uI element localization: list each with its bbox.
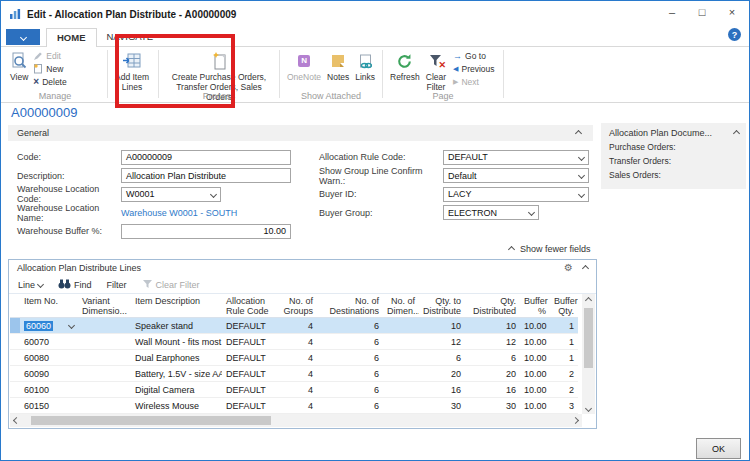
cell-item-no[interactable]: 60080 xyxy=(20,350,78,366)
scroll-right-arrow[interactable] xyxy=(569,414,582,427)
show-group-line-warn-dropdown[interactable]: Default xyxy=(443,168,589,183)
cell-qty-to[interactable]: 20 xyxy=(419,366,465,382)
chevron-down-icon[interactable] xyxy=(578,154,585,161)
chevron-down-icon[interactable] xyxy=(68,322,75,329)
cell-rule[interactable]: DEFAULT xyxy=(222,382,274,398)
cell-dimensions[interactable] xyxy=(383,366,419,382)
cell-dimensions[interactable] xyxy=(383,398,419,414)
cell-description[interactable]: Wireless Mouse xyxy=(131,398,222,414)
cell-dimensions[interactable] xyxy=(383,350,419,366)
header-buffer-pct[interactable]: Buffer % xyxy=(520,294,550,318)
cell-variant[interactable] xyxy=(78,398,131,414)
cell-buffer-pct[interactable]: 10.00 xyxy=(520,350,550,366)
table-row[interactable]: 60080 Dual Earphones DEFAULT 4 6 6 6 10.… xyxy=(10,350,578,366)
cell-variant[interactable] xyxy=(78,318,131,334)
filter-button[interactable]: Filter xyxy=(107,280,127,290)
collapse-chevron-icon[interactable] xyxy=(575,130,582,137)
scroll-up-arrow[interactable] xyxy=(582,294,595,306)
cell-destinations[interactable]: 6 xyxy=(317,366,383,382)
cell-item-no[interactable]: 60070 xyxy=(20,334,78,350)
general-fasttab-header[interactable]: General xyxy=(8,125,593,141)
cell-qty-dist[interactable]: 12 xyxy=(465,334,520,350)
show-fewer-fields-link[interactable]: Show fewer fields xyxy=(509,244,591,254)
cell-groups[interactable]: 4 xyxy=(274,318,317,334)
line-menu-button[interactable]: Line xyxy=(18,280,43,290)
cell-groups[interactable]: 4 xyxy=(274,350,317,366)
new-button[interactable]: New xyxy=(33,62,66,75)
table-row[interactable]: 60150 Wireless Mouse DEFAULT 4 6 30 30 1… xyxy=(10,398,578,414)
cell-destinations[interactable]: 6 xyxy=(317,398,383,414)
cell-destinations[interactable]: 6 xyxy=(317,382,383,398)
cell-variant[interactable] xyxy=(78,366,131,382)
header-allocation-rule-code[interactable]: Allocation Rule Code xyxy=(222,294,274,318)
cell-buffer-qty[interactable]: 1 xyxy=(550,318,578,334)
close-button[interactable]: × xyxy=(717,1,747,23)
tab-navigate[interactable]: NAVIGATE xyxy=(97,28,164,46)
maximize-button[interactable]: □ xyxy=(687,1,717,23)
buyer-group-dropdown[interactable]: ELECTRON xyxy=(443,205,539,220)
row-selector[interactable] xyxy=(10,366,20,382)
header-no-of-dimensions[interactable]: No. of Dimen... xyxy=(383,294,419,318)
cell-groups[interactable]: 4 xyxy=(274,334,317,350)
cell-description[interactable]: Digital Camera xyxy=(131,382,222,398)
cell-buffer-qty[interactable]: 2 xyxy=(550,382,578,398)
row-selector[interactable] xyxy=(10,350,20,366)
cell-buffer-qty[interactable]: 1 xyxy=(550,334,578,350)
previous-button[interactable]: ◀ Previous xyxy=(453,62,494,75)
cell-groups[interactable]: 4 xyxy=(274,398,317,414)
cell-rule[interactable]: DEFAULT xyxy=(222,350,274,366)
chevron-down-icon[interactable] xyxy=(578,191,585,198)
scroll-down-arrow[interactable] xyxy=(582,402,595,414)
table-row[interactable]: 60060 Speaker stand DEFAULT 4 6 10 10 10… xyxy=(10,318,578,334)
cell-item-no[interactable]: 60090 xyxy=(20,366,78,382)
horizontal-scrollbar[interactable] xyxy=(10,414,582,427)
cell-buffer-pct[interactable]: 10.00 xyxy=(520,334,550,350)
scroll-left-arrow[interactable] xyxy=(10,414,23,427)
cell-destinations[interactable]: 6 xyxy=(317,350,383,366)
row-selector[interactable] xyxy=(10,382,20,398)
row-selector[interactable] xyxy=(10,334,20,350)
cell-buffer-pct[interactable]: 10.00 xyxy=(520,366,550,382)
view-button[interactable]: View xyxy=(7,49,31,83)
cell-dimensions[interactable] xyxy=(383,318,419,334)
chevron-down-icon[interactable] xyxy=(210,191,217,198)
collapse-chevron-icon[interactable] xyxy=(582,264,589,271)
chevron-down-icon[interactable] xyxy=(578,172,585,179)
cell-destinations[interactable]: 6 xyxy=(317,334,383,350)
application-menu-button[interactable] xyxy=(6,29,40,45)
row-selector[interactable] xyxy=(10,318,20,334)
cell-destinations[interactable]: 6 xyxy=(317,318,383,334)
ok-button[interactable]: OK xyxy=(696,438,741,459)
horizontal-scroll-track[interactable] xyxy=(23,414,569,427)
gear-icon[interactable]: ⚙ xyxy=(564,263,573,273)
refresh-button[interactable]: Refresh xyxy=(387,49,423,83)
cell-item-no[interactable]: 60060 xyxy=(20,318,78,334)
cell-qty-dist[interactable]: 6 xyxy=(465,350,520,366)
cell-description[interactable]: Wall Mount - fits most ... xyxy=(131,334,222,350)
cell-buffer-qty[interactable]: 2 xyxy=(550,366,578,382)
cell-description[interactable]: Speaker stand xyxy=(131,318,222,334)
cell-variant[interactable] xyxy=(78,350,131,366)
cell-groups[interactable]: 4 xyxy=(274,382,317,398)
cell-buffer-pct[interactable]: 10.00 xyxy=(520,318,550,334)
header-qty-distributed[interactable]: Qty. Distributed xyxy=(465,294,520,318)
warehouse-buffer-input[interactable]: 10.00 xyxy=(121,224,291,239)
links-button[interactable]: Links xyxy=(352,49,378,83)
cell-qty-dist[interactable]: 20 xyxy=(465,366,520,382)
cell-qty-to[interactable]: 10 xyxy=(419,318,465,334)
header-no-of-destinations[interactable]: No. of Destinations xyxy=(317,294,383,318)
code-input[interactable]: A00000009 xyxy=(121,150,291,165)
find-button[interactable]: Find xyxy=(58,278,92,291)
cell-buffer-pct[interactable]: 10.00 xyxy=(520,382,550,398)
notes-button[interactable]: Notes xyxy=(324,49,352,83)
goto-button[interactable]: → Go to xyxy=(453,49,494,62)
cell-rule[interactable]: DEFAULT xyxy=(222,318,274,334)
minimize-button[interactable]: – xyxy=(657,1,687,23)
cell-item-no[interactable]: 60100 xyxy=(20,382,78,398)
buyer-id-dropdown[interactable]: LACY xyxy=(443,187,589,202)
cell-description[interactable]: Dual Earphones xyxy=(131,350,222,366)
vertical-scroll-thumb[interactable] xyxy=(584,308,593,368)
table-row[interactable]: 60070 Wall Mount - fits most ... DEFAULT… xyxy=(10,334,578,350)
header-item-description[interactable]: Item Description xyxy=(131,294,222,318)
lines-fasttab-header[interactable]: Allocation Plan Distribute Lines ⚙ xyxy=(9,260,596,276)
